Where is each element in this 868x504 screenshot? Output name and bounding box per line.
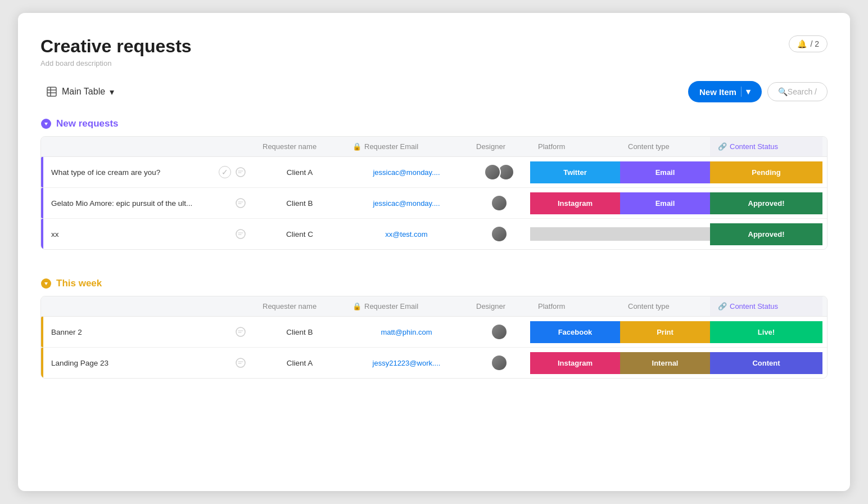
td-status: Content [710, 348, 822, 378]
td-content-type: Internal [620, 348, 710, 378]
td-designer [468, 157, 530, 187]
td-email[interactable]: xx@test.com [345, 219, 468, 249]
td-platform: Facebook [530, 317, 620, 347]
platform-badge: Instagram [530, 352, 620, 374]
th-requester-name: Requester name [255, 137, 345, 156]
content-type-badge [620, 227, 710, 241]
notification-count: / 2 [810, 39, 819, 48]
search-label: Search / [788, 87, 817, 96]
th-content-type: Content type [620, 137, 710, 156]
row-actions [234, 326, 247, 338]
platform-badge: Instagram [530, 192, 620, 214]
td-item-name: Landing Page 23 [41, 348, 255, 378]
th-designer: Designer [468, 137, 530, 156]
page-title: Creative requests [40, 35, 192, 57]
status-badge: Approved! [710, 192, 822, 214]
chat-bubble-icon[interactable] [234, 197, 247, 209]
td-content-type: Email [620, 188, 710, 218]
table-header-row: Requester name🔒 Requester EmailDesignerP… [41, 296, 827, 317]
td-content-type [620, 219, 710, 249]
td-email[interactable]: jessicac@monday.... [345, 157, 468, 187]
td-status: Approved! [710, 219, 822, 249]
td-email[interactable]: jessicac@monday.... [345, 188, 468, 218]
td-status: Pending [710, 157, 822, 187]
td-requester-name: Client B [255, 317, 345, 347]
td-designer [468, 317, 530, 347]
td-email[interactable]: matt@phin.com [345, 317, 468, 347]
td-platform: Instagram [530, 188, 620, 218]
table-row: Gelato Mio Amore: epic pursuit of the ul… [41, 188, 827, 219]
td-requester-name: Client C [255, 219, 345, 249]
row-indicator [41, 219, 43, 249]
toolbar-right: New Item ▾ 🔍 Search / [688, 81, 828, 102]
row-actions [234, 228, 247, 240]
th-content-type: Content type [620, 296, 710, 316]
row-actions [234, 357, 247, 369]
content-type-badge: Email [620, 161, 710, 183]
bell-icon: 🔔 [797, 39, 807, 48]
content-type-badge: Print [620, 321, 710, 343]
th-content-status: 🔗 Content Status [710, 296, 822, 316]
row-name[interactable]: What type of ice cream are you? [51, 168, 210, 177]
section-title: This week [56, 278, 102, 289]
table: Requester name🔒 Requester EmailDesignerP… [40, 136, 828, 250]
row-name[interactable]: xx [51, 230, 225, 238]
avatar [491, 226, 508, 242]
th-content-status: 🔗 Content Status [710, 137, 822, 156]
toolbar: Main Table ▾ New Item ▾ 🔍 Search / [40, 81, 828, 102]
row-name[interactable]: Landing Page 23 [51, 359, 225, 367]
td-content-type: Print [620, 317, 710, 347]
link-icon: 🔗 [718, 142, 727, 151]
svg-rect-0 [47, 87, 56, 96]
page-header: Creative requests Add board description … [40, 35, 828, 68]
th-item [41, 296, 255, 316]
td-email[interactable]: jessy21223@work.... [345, 348, 468, 378]
table-icon [46, 86, 57, 97]
table: Requester name🔒 Requester EmailDesignerP… [40, 296, 828, 379]
avatar [491, 354, 508, 371]
td-status: Live! [710, 317, 822, 347]
svg-point-7 [236, 199, 245, 208]
content-type-badge: Email [620, 192, 710, 214]
td-platform: Instagram [530, 348, 620, 378]
page-subtitle[interactable]: Add board description [40, 59, 192, 68]
th-item [41, 137, 255, 156]
status-badge: Pending [710, 161, 822, 183]
section-header: This week [40, 278, 828, 289]
td-platform: Twitter [530, 157, 620, 187]
section-collapse-icon[interactable] [40, 118, 52, 129]
row-name[interactable]: Banner 2 [51, 328, 225, 336]
status-badge: Approved! [710, 223, 822, 245]
chat-bubble-icon[interactable] [234, 326, 247, 338]
new-item-button[interactable]: New Item ▾ [688, 81, 762, 102]
td-content-type: Email [620, 157, 710, 187]
link-icon: 🔗 [718, 302, 727, 310]
row-indicator [41, 317, 43, 347]
avatar [484, 164, 501, 181]
check-circle-icon[interactable]: ✓ [219, 166, 231, 178]
platform-badge: Twitter [530, 161, 620, 183]
main-table-label: Main Table [62, 87, 105, 97]
row-actions: ✓ [219, 166, 247, 178]
chat-bubble-icon[interactable] [234, 357, 247, 369]
table-header-row: Requester name🔒 Requester EmailDesignerP… [41, 137, 827, 157]
table-row: Landing Page 23Client Ajessy21223@work..… [41, 348, 827, 378]
th-platform: Platform [530, 137, 620, 156]
td-item-name: Banner 2 [41, 317, 255, 347]
notification-badge[interactable]: 🔔 / 2 [789, 35, 828, 52]
th-platform: Platform [530, 296, 620, 316]
svg-point-11 [236, 327, 245, 336]
main-table-button[interactable]: Main Table ▾ [40, 83, 120, 101]
new-item-label: New Item [699, 87, 736, 97]
row-actions [234, 197, 247, 209]
row-name[interactable]: Gelato Mio Amore: epic pursuit of the ul… [51, 199, 225, 208]
avatar [491, 195, 508, 212]
th-designer: Designer [468, 296, 530, 316]
search-button[interactable]: 🔍 Search / [767, 82, 828, 101]
th-requester-email: 🔒 Requester Email [345, 296, 468, 316]
td-platform [530, 219, 620, 249]
section-collapse-icon[interactable] [40, 278, 52, 289]
chat-bubble-icon[interactable] [234, 228, 247, 240]
status-badge: Content [710, 352, 822, 374]
chat-bubble-icon[interactable] [234, 166, 247, 178]
